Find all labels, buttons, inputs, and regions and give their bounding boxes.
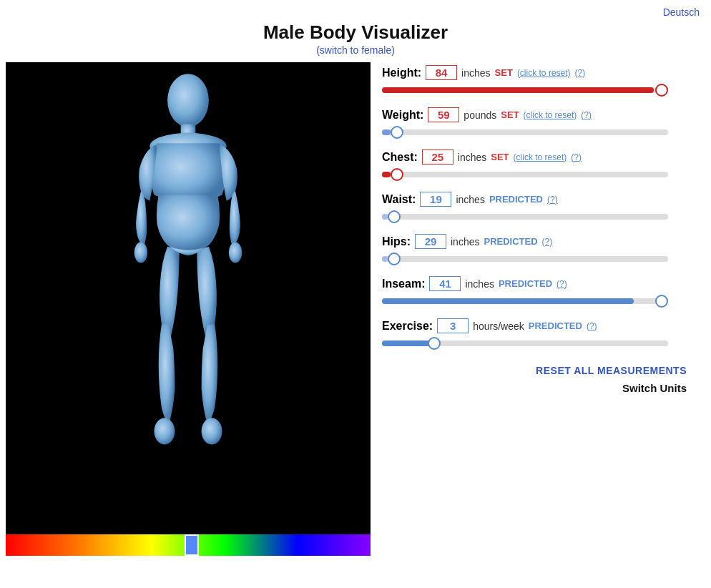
chest-label: Chest: [382,151,418,164]
svg-point-6 [202,418,222,444]
height-slider-thumb[interactable] [655,84,668,97]
measurement-label-row-weight: Weight:59poundsSET(click to reset)(?) [382,107,694,122]
inseam-label: Inseam: [382,278,425,290]
weight-slider-track [382,129,668,135]
chest-value[interactable]: 25 [422,150,453,165]
measurement-row-waist: Waist:19inchesPREDICTED(?) [382,192,694,224]
language-link[interactable]: Deutsch [663,6,700,18]
waist-unit: inches [456,194,484,205]
weight-status: SET [501,109,519,120]
weight-reset-link[interactable]: (click to reset) [524,110,577,120]
chest-reset-link[interactable]: (click to reset) [514,152,567,162]
hips-status: PREDICTED [484,236,537,247]
measurement-label-row-inseam: Inseam:41inchesPREDICTED(?) [382,276,694,291]
measurement-row-inseam: Inseam:41inchesPREDICTED(?) [382,276,694,308]
inseam-slider-track [382,298,668,304]
hips-unit: inches [451,236,479,248]
svg-point-4 [229,242,242,263]
exercise-unit: hours/week [473,320,524,332]
language-selector[interactable]: Deutsch [0,0,711,19]
inseam-help-link[interactable]: (?) [556,279,567,289]
exercise-slider-track [382,340,668,346]
chest-help-link[interactable]: (?) [571,152,582,162]
height-reset-link[interactable]: (click to reset) [517,68,571,78]
page-title: Male Body Visualizer [0,21,711,44]
inseam-slider-fill [382,298,634,304]
measurement-row-exercise: Exercise:3hours/weekPREDICTED(?) [382,318,694,351]
measurement-label-row-hips: Hips:29inchesPREDICTED(?) [382,234,694,249]
inseam-unit: inches [465,278,494,290]
inseam-status: PREDICTED [499,278,552,289]
height-label: Height: [382,67,421,79]
bottom-buttons: RESET ALL MEASUREMENTS Switch Units [382,365,694,394]
chest-slider-track [382,172,668,177]
exercise-status: PREDICTED [529,320,582,331]
height-slider-fill [382,87,654,93]
page-title-area: Male Body Visualizer (switch to female) [0,21,711,57]
weight-unit: pounds [464,109,496,121]
waist-slider-fill [382,214,388,220]
main-area: Height:84inchesSET(click to reset)(?)Wei… [0,62,711,556]
inseam-slider-thumb[interactable] [655,295,668,308]
hips-slider[interactable] [382,252,668,266]
hips-label: Hips: [382,235,411,248]
weight-slider-fill [382,129,391,135]
body-figure-svg [81,69,295,527]
exercise-label: Exercise: [382,320,433,333]
waist-slider-thumb[interactable] [388,210,401,223]
waist-label: Waist: [382,193,416,206]
weight-value[interactable]: 59 [428,107,459,122]
body-3d-canvas [6,62,371,534]
waist-help-link[interactable]: (?) [547,195,558,205]
weight-help-link[interactable]: (?) [581,110,592,120]
waist-value[interactable]: 19 [420,192,451,207]
height-value[interactable]: 84 [426,65,457,80]
measurement-label-row-chest: Chest:25inchesSET(click to reset)(?) [382,150,694,165]
hips-slider-track [382,256,668,262]
exercise-slider-thumb[interactable] [428,337,441,350]
weight-slider[interactable] [382,125,668,139]
exercise-slider-fill [382,340,433,346]
measurement-row-height: Height:84inchesSET(click to reset)(?) [382,65,694,97]
svg-point-0 [167,74,209,127]
controls-panel: Height:84inchesSET(click to reset)(?)Wei… [371,62,705,556]
switch-gender-link[interactable]: (switch to female) [316,44,395,56]
measurement-label-row-exercise: Exercise:3hours/weekPREDICTED(?) [382,318,694,333]
measurement-row-chest: Chest:25inchesSET(click to reset)(?) [382,150,694,182]
chest-slider[interactable] [382,167,668,182]
height-slider-track [382,87,668,93]
chest-slider-thumb[interactable] [391,168,403,181]
height-help-link[interactable]: (?) [575,68,586,78]
measurement-label-row-waist: Waist:19inchesPREDICTED(?) [382,192,694,207]
hips-value[interactable]: 29 [415,234,446,249]
measurements-container: Height:84inchesSET(click to reset)(?)Wei… [382,65,694,351]
chest-slider-fill [382,172,391,177]
measurement-row-hips: Hips:29inchesPREDICTED(?) [382,234,694,266]
svg-point-3 [134,242,148,263]
exercise-value[interactable]: 3 [437,318,469,333]
gradient-thumb[interactable] [185,534,199,556]
waist-slider[interactable] [382,210,668,224]
exercise-help-link[interactable]: (?) [587,321,597,331]
exercise-slider[interactable] [382,336,668,351]
chest-status: SET [491,152,509,162]
weight-label: Weight: [382,109,423,122]
waist-slider-track [382,214,668,220]
chest-unit: inches [458,152,486,163]
reset-all-button[interactable]: RESET ALL MEASUREMENTS [382,365,687,376]
hips-help-link[interactable]: (?) [542,237,553,247]
inseam-slider[interactable] [382,294,668,308]
switch-units-button[interactable]: Switch Units [382,382,687,394]
color-gradient-bar[interactable] [6,534,371,556]
body-viewer [6,62,371,556]
inseam-value[interactable]: 41 [429,276,461,291]
hips-slider-thumb[interactable] [388,253,401,265]
measurement-row-weight: Weight:59poundsSET(click to reset)(?) [382,107,694,139]
height-slider[interactable] [382,83,668,97]
weight-slider-thumb[interactable] [391,126,403,139]
hips-slider-fill [382,256,388,262]
waist-status: PREDICTED [489,194,543,205]
height-unit: inches [461,67,490,79]
svg-point-5 [155,418,175,444]
height-status: SET [495,67,513,78]
